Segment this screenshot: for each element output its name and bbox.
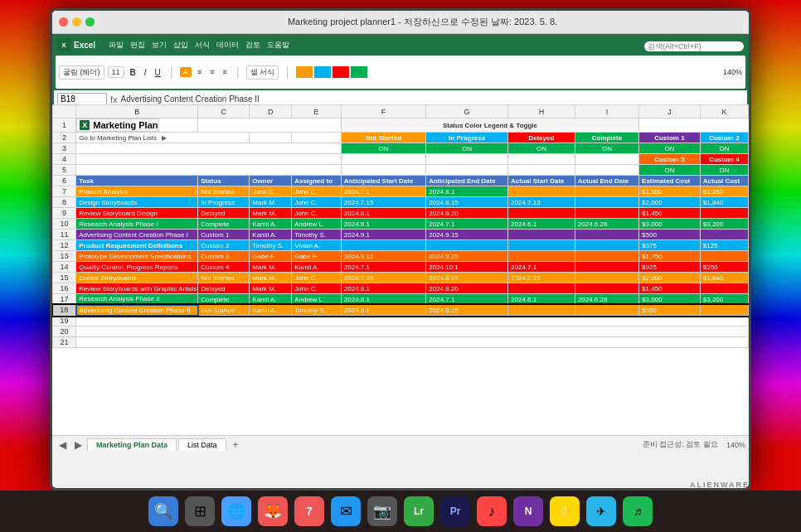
task-assigned[interactable]: Andrew L. [292,219,342,230]
task-ant-start[interactable]: 2024.8.1 [341,208,425,219]
align-right[interactable]: ≡ [220,67,229,77]
task-ant-start[interactable]: 2024.8.1 [341,283,425,294]
dock-telegram[interactable]: ✈ [586,496,616,526]
task-act-cost[interactable] [700,283,748,294]
task-owner[interactable]: Mark M. [250,262,292,273]
task-name[interactable]: Create Storyboards [76,273,198,283]
task-est-cost[interactable]: $500 [639,230,701,240]
toggle-in-progress[interactable]: ON [426,143,508,154]
task-est-cost[interactable]: $1,500 [639,186,701,197]
task-act-start[interactable] [508,186,575,197]
task-status[interactable]: Complete [198,219,250,230]
task-act-end[interactable] [575,240,638,251]
task-est-cost[interactable]: $1,450 [639,208,701,219]
task-assigned[interactable]: Kamil A. [292,262,342,273]
task-act-start[interactable] [508,240,575,251]
color-swatch-green[interactable] [351,66,367,78]
toggle-custom1[interactable]: ON [639,143,701,154]
color-swatch-orange[interactable] [296,66,313,78]
minimize-button[interactable] [72,17,81,27]
task-act-start[interactable]: 2024.7.13 [508,273,575,283]
task-act-end[interactable] [575,305,638,316]
fill-color[interactable]: A [180,67,192,77]
task-act-start[interactable]: 2024.7.13 [508,197,575,208]
task-act-cost[interactable]: $3,200 [700,219,748,230]
task-ant-end[interactable]: 2024.7.1 [426,219,508,230]
dock-safari[interactable]: 🌐 [221,496,251,526]
task-ant-end[interactable]: 2024.10.1 [426,262,508,273]
task-ant-end[interactable]: 2024.7.1 [426,294,508,305]
task-ant-end[interactable]: 2024.9.25 [426,251,508,262]
task-owner[interactable]: Gabe F. [250,251,292,262]
task-ant-end[interactable]: 2024.9.15 [426,305,508,316]
task-name[interactable]: Product Analysis [76,186,198,197]
task-assigned[interactable]: Andrew L. [292,294,342,305]
menu-insert[interactable]: 삽입 [173,40,188,51]
task-est-cost[interactable]: $3,000 [639,294,701,305]
zoom-control[interactable]: 140% [723,68,742,76]
task-owner[interactable]: Mark M. [250,283,292,294]
task-ant-end[interactable]: 2024.8.15 [426,197,508,208]
toggle-delayed[interactable]: ON [508,143,575,154]
legend-in-progress[interactable]: In Progress [426,133,508,143]
legend-complete[interactable]: Complete [575,133,638,143]
dock-music[interactable]: ♪ [477,496,507,526]
task-name[interactable]: Design Storyboards [76,197,198,208]
number-format[interactable]: 셀 서식 [246,65,279,80]
task-status[interactable]: Not Started [198,186,250,197]
task-ant-start[interactable]: 2024.9.1 [341,230,425,240]
task-ant-start[interactable]: 2024.8.1 [341,294,425,305]
task-ant-end[interactable]: 2024.9.15 [426,230,508,240]
task-status[interactable]: Custom 1 [198,230,250,240]
toggle-not-started[interactable]: ON [341,143,425,154]
table-row[interactable]: 14 Quality Control, Progress Reports Cus… [53,262,749,273]
dock-premiere[interactable]: Pr [440,496,470,526]
table-row[interactable]: 10 Research Analysis Phase I Complete Ka… [53,219,749,230]
table-row[interactable]: 12 Product Requirement Definitions Custo… [53,240,749,251]
legend-custom1[interactable]: Custom 1 [639,133,701,143]
dock-launchpad[interactable]: ⊞ [185,496,215,526]
task-status[interactable]: Custom 3 [198,251,250,262]
align-center[interactable]: ≡ [207,67,216,77]
legend-custom3[interactable]: Custom 3 [639,154,701,165]
menu-help[interactable]: 도움말 [267,40,289,51]
task-name[interactable]: Review Storyboards with Graphic Artists [76,283,198,294]
task-act-end[interactable] [575,283,638,294]
table-row[interactable]: 11 Advertising Content Creation Phase I … [53,230,749,240]
table-row[interactable]: 17 Research Analysis Phase II Complete K… [53,294,749,305]
task-act-end[interactable] [575,262,638,273]
task-est-cost[interactable]: $575 [639,240,701,251]
task-act-cost[interactable]: $3,200 [700,294,748,305]
toggle-complete[interactable]: ON [575,143,638,154]
task-assigned[interactable]: John C. [292,197,342,208]
task-ant-start[interactable]: 2024.7.1 [341,186,425,197]
task-status[interactable]: In Progress [198,197,250,208]
dock-mail[interactable]: ✉ [331,496,361,526]
task-assigned[interactable]: John C. [292,283,342,294]
task-owner[interactable]: Mark M. [250,208,292,219]
task-act-end[interactable] [575,273,638,283]
toggle-custom2[interactable]: ON [700,143,748,154]
task-act-end[interactable] [575,251,638,262]
task-act-end[interactable] [575,230,638,240]
task-est-cost[interactable]: $1,450 [639,283,701,294]
cell-reference[interactable] [57,93,107,105]
dock-star[interactable]: ⭐ [550,496,580,526]
bold-button[interactable]: B [128,67,138,78]
align-left[interactable]: ≡ [195,67,204,77]
task-ant-start[interactable]: 2024.9.1 [341,219,425,230]
task-act-end[interactable] [575,186,638,197]
task-assigned[interactable]: John C. [292,186,342,197]
dock-finder[interactable]: 🔍 [148,496,178,526]
table-row[interactable]: 13 Prototype Development Specifications … [53,251,749,262]
task-ant-start[interactable]: 2024.7.15 [341,273,425,283]
dock-onenote[interactable]: N [513,496,543,526]
task-est-cost[interactable]: $1,750 [639,251,701,262]
task-assigned[interactable]: Timothy S. [292,230,342,240]
dock-lightroom[interactable]: Lr [404,496,434,526]
italic-button[interactable]: I [142,67,149,78]
task-est-cost[interactable]: $2,000 [639,197,701,208]
task-act-start[interactable]: 2024.6.1 [508,294,575,305]
legend-delayed[interactable]: Delayed [508,133,575,143]
dock-7[interactable]: 7 [294,496,324,526]
